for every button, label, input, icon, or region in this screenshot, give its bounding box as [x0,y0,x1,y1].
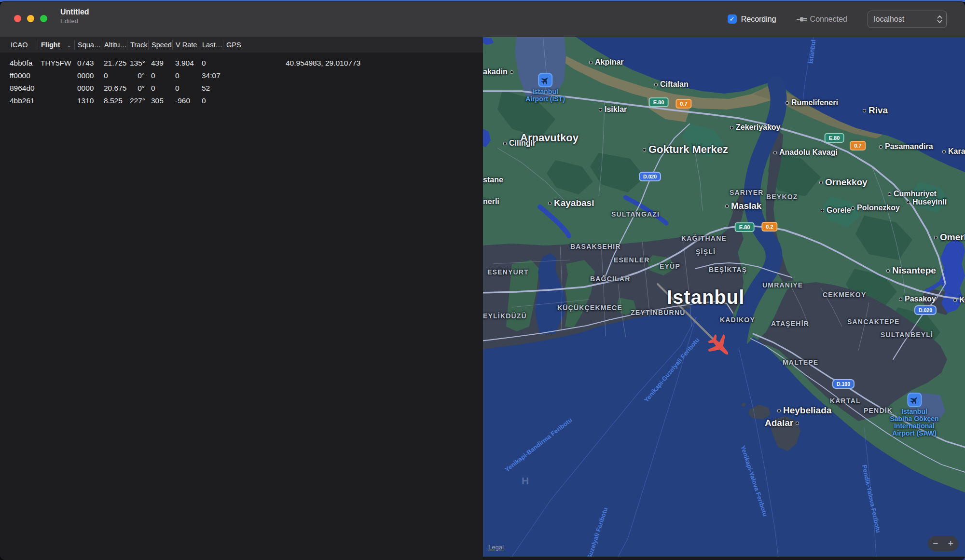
title-block: Untitled Edited [60,7,89,26]
zoom-out-button[interactable]: − [928,536,943,551]
column-header-speed[interactable]: Speed [149,40,173,50]
place-dot [589,61,593,64]
cell-altitude: 8.525 [101,96,127,105]
cell-altitude: 0 [101,71,127,80]
cell-track: 0° [127,84,149,93]
flights-table-panel: ICAOFlight⌄Squa…Altitu…TrackSpeedV RateL… [0,37,483,560]
cell-icao: 4bb0fa [0,59,38,68]
cell-icao: 4bb261 [0,96,38,105]
cell-speed: 0 [149,71,173,80]
connected-label: Connected [810,15,847,24]
town-name: Riva [868,105,888,116]
road-badge: E.80 [825,133,844,143]
cell-vrate: 3.904 [173,59,199,68]
column-label: Altitu… [104,41,127,49]
fullscreen-button[interactable] [40,15,47,22]
map-label-district: ESENLER [614,256,650,264]
helipad-icon: H [522,475,529,487]
place-dot [942,150,946,153]
map-label-district: SARIYER [730,189,764,196]
airport-label-line: Airport (IST) [525,96,565,103]
window-subtitle: Edited [60,17,89,26]
map-label-town: Riva [863,105,888,116]
town-name: Zekeriyakoy [736,123,781,132]
map-label-district: SULTANGAZI [611,210,660,218]
map-label-district: BEŞİKTAŞ [709,266,747,273]
road-badge: D.100 [832,379,855,389]
map-label-town: Pasakoy [899,295,936,303]
host-select[interactable]: localhost [868,11,947,28]
titlebar: Untitled Edited ✓ Recording Connected lo… [0,1,965,37]
airport-label-line: Sabiha Gökçen [890,415,938,423]
sort-chevron-icon: ⌄ [67,42,71,48]
table-row[interactable]: 4bb0faTHY5FW074321.725135°4393.904040.95… [0,57,483,69]
host-value: localhost [874,15,934,24]
cell-vrate: 0 [173,84,199,93]
legal-link[interactable]: Legal [488,544,504,551]
town-name: Cumhuriyet [894,190,937,198]
close-button[interactable] [14,15,21,22]
map-label-town: Maslak [725,201,761,211]
minimize-button[interactable] [27,15,34,22]
cell-vrate: -960 [173,96,199,105]
place-dot [888,192,891,196]
cell-track: 0° [127,71,149,80]
column-header-altitude[interactable]: Altitu… [101,40,127,50]
recording-checkbox[interactable]: ✓ [728,14,737,24]
column-header-icao[interactable]: ICAO [0,40,38,50]
town-name: Pasakoy [905,295,936,303]
place-dot [819,181,823,184]
place-dot [510,70,513,74]
main-content: ICAOFlight⌄Squa…Altitu…TrackSpeedV RateL… [0,37,965,560]
map-label-town: Anadolu Kavagi [773,148,838,157]
map-label-town: Pasamandira [879,142,933,151]
town-name: Kayabasi [554,198,594,208]
column-header-track[interactable]: Track [127,40,149,50]
map-label-district: EYÜP [660,262,680,270]
cell-speed: 305 [149,96,173,105]
place-dot [773,151,777,154]
plug-icon [797,16,807,23]
city-name: Gokturk Merkez [648,143,728,156]
cell-last: 52 [199,84,223,93]
road-badge: D.020 [914,305,937,315]
column-header-squawk[interactable]: Squa… [75,40,101,50]
cell-last: 34:07 [199,71,223,80]
town-name: Cilingir [509,139,536,148]
table-row[interactable]: 8964d0000020.6750°0052 [0,82,483,95]
desktop-background: Untitled Edited ✓ Recording Connected lo… [0,0,965,560]
airport-label-line: International [890,423,938,430]
town-name: Polonezkoy [857,204,900,212]
column-header-vrate[interactable]: V Rate [173,40,199,50]
map-label-town: Ku [953,296,965,304]
table-row[interactable]: 4bb26113108.525227°305-9600 [0,95,483,107]
map-label-district: ATAŞEHİR [771,320,809,328]
map-label-town: Cumhuriyet [888,190,937,198]
column-header-last[interactable]: Last… [199,40,223,50]
place-dot [899,298,902,301]
map-label-district: CEKMEKOY [823,291,867,299]
window-controls [14,15,47,22]
column-header-flight[interactable]: Flight⌄ [38,40,75,50]
airport-label: IstanbulSabiha GökçenInternationalAirpor… [890,393,938,437]
map-label-district: BASAKSEHIR [570,243,621,250]
town-name: Adalar [765,418,793,428]
airport-icon [907,393,922,407]
map-label-district: ŞİŞLİ [696,248,716,256]
column-header-gps[interactable]: GPS [223,40,483,50]
map-label-city: Gokturk Merkez [643,143,728,156]
map-label-district: SULTANBEYLİ [881,331,933,339]
airport-label-line: Istanbul [890,408,938,415]
map-label-town: Huseyinli [907,198,947,206]
map-label-town: Cilingir [503,139,536,148]
cell-vrate: 0 [173,71,199,80]
map-label-district: SANCAKTEPE [847,318,899,326]
map-label-district: PENDİK [864,407,893,414]
map-label-town: Ornekkoy [819,177,868,188]
column-label: ICAO [11,41,28,49]
map-view[interactable]: IstanbulArnavutkoyGokturk MerkezakadinAk… [483,37,965,557]
table-row[interactable]: ff0000000000°0034:07 [0,69,483,82]
zoom-in-button[interactable]: + [943,536,959,551]
place-dot [796,422,799,425]
town-name: Pasamandira [885,142,933,151]
